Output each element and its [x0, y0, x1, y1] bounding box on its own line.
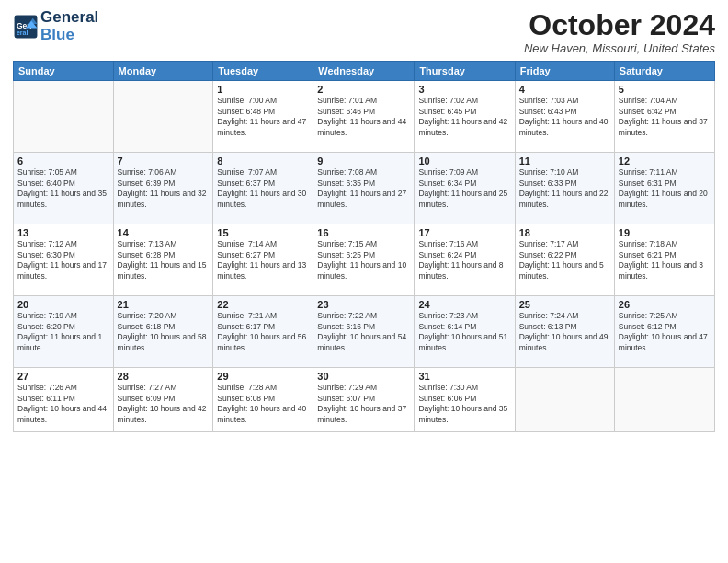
day-number: 25 — [519, 299, 610, 310]
col-friday: Friday — [515, 62, 614, 81]
table-row: 31Sunrise: 7:30 AMSunset: 6:06 PMDayligh… — [415, 368, 515, 432]
day-info: Sunrise: 7:26 AMSunset: 6:11 PMDaylight:… — [17, 383, 109, 425]
day-info: Sunrise: 7:10 AMSunset: 6:33 PMDaylight:… — [519, 167, 610, 210]
day-number: 26 — [619, 299, 711, 310]
logo-text: General Blue — [40, 9, 98, 43]
table-row: 28Sunrise: 7:27 AMSunset: 6:09 PMDayligh… — [113, 368, 213, 432]
day-number: 8 — [217, 155, 309, 167]
day-number: 20 — [17, 299, 109, 310]
page: Gen eral General Blue October 2024 New H… — [0, 0, 728, 563]
day-info: Sunrise: 7:05 AMSunset: 6:40 PMDaylight:… — [17, 167, 109, 210]
day-info: Sunrise: 7:25 AMSunset: 6:12 PMDaylight:… — [619, 311, 711, 353]
col-monday: Monday — [113, 62, 213, 81]
table-row: 5Sunrise: 7:04 AMSunset: 6:42 PMDaylight… — [614, 81, 714, 153]
table-row: 29Sunrise: 7:28 AMSunset: 6:08 PMDayligh… — [213, 368, 313, 432]
day-info: Sunrise: 7:30 AMSunset: 6:06 PMDaylight:… — [418, 383, 510, 425]
table-row: 11Sunrise: 7:10 AMSunset: 6:33 PMDayligh… — [515, 153, 614, 224]
day-number: 24 — [418, 299, 510, 310]
day-info: Sunrise: 7:01 AMSunset: 6:46 PMDaylight:… — [317, 96, 410, 138]
table-row: 21Sunrise: 7:20 AMSunset: 6:18 PMDayligh… — [113, 296, 213, 368]
day-number: 14 — [118, 227, 210, 238]
day-info: Sunrise: 7:02 AMSunset: 6:45 PMDaylight:… — [418, 96, 510, 138]
day-number: 9 — [317, 155, 410, 167]
title-block: October 2024 New Haven, Missouri, United… — [524, 9, 715, 55]
day-info: Sunrise: 7:11 AMSunset: 6:31 PMDaylight:… — [619, 167, 711, 210]
day-info: Sunrise: 7:23 AMSunset: 6:14 PMDaylight:… — [418, 311, 510, 353]
day-info: Sunrise: 7:16 AMSunset: 6:24 PMDaylight:… — [418, 239, 510, 282]
day-number: 1 — [217, 84, 309, 95]
day-number: 16 — [317, 227, 410, 238]
calendar: Sunday Monday Tuesday Wednesday Thursday… — [13, 61, 715, 432]
day-info: Sunrise: 7:24 AMSunset: 6:13 PMDaylight:… — [519, 311, 610, 353]
table-row: 2Sunrise: 7:01 AMSunset: 6:46 PMDaylight… — [313, 81, 415, 153]
day-number: 31 — [418, 371, 510, 382]
table-row: 3Sunrise: 7:02 AMSunset: 6:45 PMDaylight… — [415, 81, 515, 153]
day-info: Sunrise: 7:07 AMSunset: 6:37 PMDaylight:… — [217, 167, 309, 210]
day-number: 11 — [519, 155, 610, 167]
col-thursday: Thursday — [415, 62, 515, 81]
month-title: October 2024 — [524, 9, 715, 41]
day-number: 4 — [519, 84, 610, 95]
day-info: Sunrise: 7:28 AMSunset: 6:08 PMDaylight:… — [217, 383, 309, 425]
table-row: 26Sunrise: 7:25 AMSunset: 6:12 PMDayligh… — [614, 296, 714, 368]
col-sunday: Sunday — [14, 62, 114, 81]
day-number: 28 — [118, 371, 210, 382]
table-row — [113, 81, 213, 153]
day-number: 22 — [217, 299, 309, 310]
day-info: Sunrise: 7:14 AMSunset: 6:27 PMDaylight:… — [217, 239, 309, 282]
day-number: 18 — [519, 227, 610, 238]
table-row: 30Sunrise: 7:29 AMSunset: 6:07 PMDayligh… — [313, 368, 415, 432]
table-row: 4Sunrise: 7:03 AMSunset: 6:43 PMDaylight… — [515, 81, 614, 153]
day-number: 5 — [619, 84, 711, 95]
table-row — [515, 368, 614, 432]
day-info: Sunrise: 7:04 AMSunset: 6:42 PMDaylight:… — [619, 96, 711, 138]
table-row: 10Sunrise: 7:09 AMSunset: 6:34 PMDayligh… — [415, 153, 515, 224]
day-number: 2 — [317, 84, 410, 95]
table-row: 23Sunrise: 7:22 AMSunset: 6:16 PMDayligh… — [313, 296, 415, 368]
day-number: 10 — [418, 155, 510, 167]
table-row — [14, 81, 114, 153]
day-info: Sunrise: 7:09 AMSunset: 6:34 PMDaylight:… — [418, 167, 510, 210]
header: Gen eral General Blue October 2024 New H… — [13, 9, 715, 55]
day-number: 29 — [217, 371, 309, 382]
table-row: 13Sunrise: 7:12 AMSunset: 6:30 PMDayligh… — [14, 224, 114, 296]
day-number: 17 — [418, 227, 510, 238]
day-info: Sunrise: 7:22 AMSunset: 6:16 PMDaylight:… — [317, 311, 410, 353]
col-tuesday: Tuesday — [213, 62, 313, 81]
day-number: 13 — [17, 227, 109, 238]
day-info: Sunrise: 7:00 AMSunset: 6:48 PMDaylight:… — [217, 96, 309, 138]
day-number: 30 — [317, 371, 410, 382]
day-number: 27 — [17, 371, 109, 382]
calendar-header-row: Sunday Monday Tuesday Wednesday Thursday… — [14, 62, 715, 81]
day-info: Sunrise: 7:19 AMSunset: 6:20 PMDaylight:… — [17, 311, 109, 353]
day-number: 21 — [118, 299, 210, 310]
table-row: 1Sunrise: 7:00 AMSunset: 6:48 PMDaylight… — [213, 81, 313, 153]
day-info: Sunrise: 7:29 AMSunset: 6:07 PMDaylight:… — [317, 383, 410, 425]
col-wednesday: Wednesday — [313, 62, 415, 81]
table-row: 8Sunrise: 7:07 AMSunset: 6:37 PMDaylight… — [213, 153, 313, 224]
day-info: Sunrise: 7:06 AMSunset: 6:39 PMDaylight:… — [118, 167, 210, 210]
day-number: 19 — [619, 227, 711, 238]
table-row: 7Sunrise: 7:06 AMSunset: 6:39 PMDaylight… — [113, 153, 213, 224]
logo-icon: Gen eral — [13, 14, 39, 40]
day-info: Sunrise: 7:20 AMSunset: 6:18 PMDaylight:… — [118, 311, 210, 353]
table-row: 14Sunrise: 7:13 AMSunset: 6:28 PMDayligh… — [113, 224, 213, 296]
table-row — [614, 368, 714, 432]
table-row: 27Sunrise: 7:26 AMSunset: 6:11 PMDayligh… — [14, 368, 114, 432]
table-row: 20Sunrise: 7:19 AMSunset: 6:20 PMDayligh… — [14, 296, 114, 368]
day-info: Sunrise: 7:13 AMSunset: 6:28 PMDaylight:… — [118, 239, 210, 282]
day-number: 7 — [118, 155, 210, 167]
table-row: 12Sunrise: 7:11 AMSunset: 6:31 PMDayligh… — [614, 153, 714, 224]
day-info: Sunrise: 7:08 AMSunset: 6:35 PMDaylight:… — [317, 167, 410, 210]
day-info: Sunrise: 7:12 AMSunset: 6:30 PMDaylight:… — [17, 239, 109, 282]
table-row: 25Sunrise: 7:24 AMSunset: 6:13 PMDayligh… — [515, 296, 614, 368]
col-saturday: Saturday — [614, 62, 714, 81]
table-row: 9Sunrise: 7:08 AMSunset: 6:35 PMDaylight… — [313, 153, 415, 224]
location: New Haven, Missouri, United States — [524, 41, 715, 55]
table-row: 16Sunrise: 7:15 AMSunset: 6:25 PMDayligh… — [313, 224, 415, 296]
svg-text:eral: eral — [17, 29, 28, 36]
day-info: Sunrise: 7:21 AMSunset: 6:17 PMDaylight:… — [217, 311, 309, 353]
day-number: 12 — [619, 155, 711, 167]
table-row: 19Sunrise: 7:18 AMSunset: 6:21 PMDayligh… — [614, 224, 714, 296]
day-info: Sunrise: 7:15 AMSunset: 6:25 PMDaylight:… — [317, 239, 410, 282]
